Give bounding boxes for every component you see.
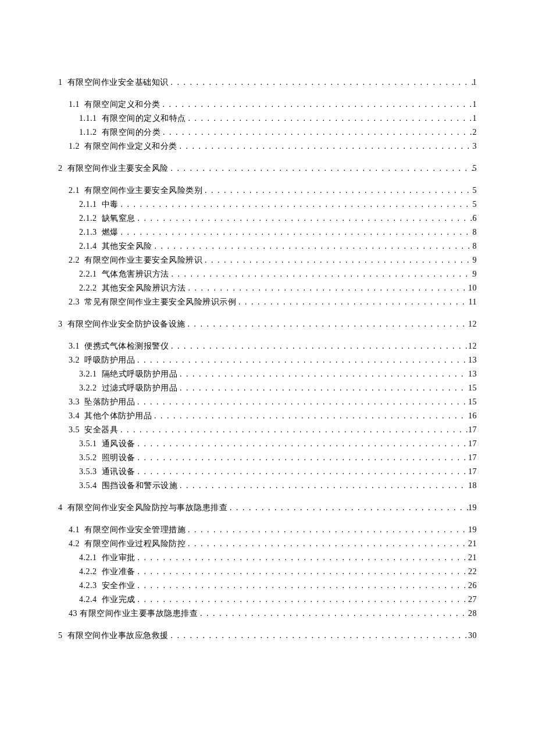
toc-entry-page: 9 xyxy=(473,256,477,264)
toc-entry: 3.5.2 照明设备. . . . . . . . . . . . . . . … xyxy=(58,454,477,462)
toc-section-gap xyxy=(58,156,477,164)
toc-entry: 2.1.4 其他安全风险. . . . . . . . . . . . . . … xyxy=(58,242,477,250)
toc-section-gap xyxy=(58,312,477,320)
toc-entry-page: 22 xyxy=(468,568,477,576)
toc-entry: 3.3 坠落防护用品. . . . . . . . . . . . . . . … xyxy=(58,398,477,406)
toc-leader-dots: . . . . . . . . . . . . . . . . . . . . … xyxy=(202,256,473,264)
toc-entry-page: 15 xyxy=(468,384,477,392)
toc-leader-dots: . . . . . . . . . . . . . . . . . . . . … xyxy=(186,114,473,123)
toc-entry-number: 4.2.4 xyxy=(79,596,102,604)
toc-entry-number: 4.2.2 xyxy=(79,568,102,576)
toc-entry: 3.1 便携式气体检测报警仪. . . . . . . . . . . . . … xyxy=(58,342,477,350)
toc-entry: 3.2.1 隔绝式呼吸防护用品. . . . . . . . . . . . .… xyxy=(58,370,477,378)
toc-entry-page: 2 xyxy=(473,128,477,137)
toc-entry: 1 有限空间作业安全基础知识. . . . . . . . . . . . . … xyxy=(58,78,477,87)
toc-entry-number: 1.1 xyxy=(69,101,84,109)
toc-entry: 3.5.3 通讯设备. . . . . . . . . . . . . . . … xyxy=(58,468,477,476)
toc-entry-page: 16 xyxy=(468,412,477,420)
toc-entry-page: 21 xyxy=(468,554,477,562)
toc-entry-title: 常见有限空间作业主要安全风险辨识示例 xyxy=(84,298,236,306)
toc-entry-title: 有限空间作业主要安全风险 xyxy=(67,164,169,173)
toc-entry-title: 有限空间作业主要安全风险辨识 xyxy=(84,256,202,264)
toc-entry-title: 作业准备 xyxy=(102,568,135,576)
toc-entry: 2.1 有限空间作业主要安全风险类别. . . . . . . . . . . … xyxy=(58,187,477,195)
toc-entry-page: 28 xyxy=(468,610,477,618)
toc-entry-number: 1.2 xyxy=(69,142,84,151)
toc-entry-number: 2.2.2 xyxy=(79,284,102,292)
toc-entry-number: 2 xyxy=(58,164,67,173)
toc-entry-page: 13 xyxy=(468,356,477,364)
toc-section-gap xyxy=(58,178,477,187)
toc-entry-title: 有限空间定义和分类 xyxy=(84,101,160,109)
toc-entry-number: 2.3 xyxy=(69,298,84,306)
toc-leader-dots: . . . . . . . . . . . . . . . . . . . . … xyxy=(169,342,468,350)
toc-entry-number: 43 xyxy=(69,610,80,618)
toc-leader-dots: . . . . . . . . . . . . . . . . . . . . … xyxy=(160,101,473,109)
toc-entry-title: 有限空间作业安全基础知识 xyxy=(67,78,169,87)
toc-entry-title: 有限空间作业过程风险防控 xyxy=(84,540,186,548)
document-page: 1 有限空间作业安全基础知识. . . . . . . . . . . . . … xyxy=(0,0,535,756)
toc-entry-page: 8 xyxy=(473,228,477,237)
toc-leader-dots: . . . . . . . . . . . . . . . . . . . . … xyxy=(160,128,473,137)
toc-entry-page: 13 xyxy=(468,370,477,378)
toc-leader-dots: . . . . . . . . . . . . . . . . . . . . … xyxy=(152,242,473,250)
toc-leader-dots: . . . . . . . . . . . . . . . . . . . . … xyxy=(169,632,469,640)
toc-leader-dots: . . . . . . . . . . . . . . . . . . . . … xyxy=(135,214,473,223)
toc-entry-title: 通讯设备 xyxy=(102,468,135,476)
toc-entry-title: 有限空间作业主要事故隐患排查 xyxy=(80,610,198,618)
toc-entry-page: 5 xyxy=(473,164,477,173)
toc-entry-number: 3.5.1 xyxy=(79,440,102,448)
toc-entry: 1.1 有限空间定义和分类. . . . . . . . . . . . . .… xyxy=(58,101,477,109)
toc-entry: 4.1 有限空间作业安全管理措施. . . . . . . . . . . . … xyxy=(58,526,477,534)
toc-entry: 2.1.2 缺氧窒息. . . . . . . . . . . . . . . … xyxy=(58,214,477,223)
toc-entry: 3.2 呼吸防护用品. . . . . . . . . . . . . . . … xyxy=(58,356,477,364)
toc-entry-number: 2.1 xyxy=(69,187,84,195)
toc-leader-dots: . . . . . . . . . . . . . . . . . . . . … xyxy=(186,284,469,292)
toc-leader-dots: . . . . . . . . . . . . . . . . . . . . … xyxy=(186,540,468,548)
toc-entry-number: 3.5.4 xyxy=(79,482,102,490)
toc-entry: 3.5.1 通风设备. . . . . . . . . . . . . . . … xyxy=(58,440,477,448)
toc-entry-page: 19 xyxy=(468,526,477,534)
toc-entry-title: 有限空间的定义和特点 xyxy=(102,114,186,123)
toc-entry-title: 中毒 xyxy=(102,200,119,209)
toc-entry-number: 3.5.3 xyxy=(79,468,102,476)
toc-leader-dots: . . . . . . . . . . . . . . . . . . . . … xyxy=(135,356,468,364)
toc-entry: 3.5.4 围挡设备和警示设施. . . . . . . . . . . . .… xyxy=(58,482,477,490)
toc-entry-number: 2.1.2 xyxy=(79,214,102,223)
toc-entry: 4 有限空间作业安全风险防控与事故隐患排查. . . . . . . . . .… xyxy=(58,504,477,512)
toc-entry: 2 有限空间作业主要安全风险. . . . . . . . . . . . . … xyxy=(58,164,477,173)
toc-entry-title: 照明设备 xyxy=(102,454,135,462)
toc-leader-dots: . . . . . . . . . . . . . . . . . . . . … xyxy=(119,200,473,209)
toc-leader-dots: . . . . . . . . . . . . . . . . . . . . … xyxy=(186,320,469,328)
toc-entry-title: 隔绝式呼吸防护用品 xyxy=(102,370,178,378)
toc-leader-dots: . . . . . . . . . . . . . . . . . . . . … xyxy=(135,582,469,590)
toc-entry: 3 有限空间作业安全防护设备设施. . . . . . . . . . . . … xyxy=(58,320,477,328)
toc-leader-dots: . . . . . . . . . . . . . . . . . . . . … xyxy=(119,228,473,237)
toc-entry: 2.3 常见有限空间作业主要安全风险辨识示例. . . . . . . . . … xyxy=(58,298,477,306)
toc-entry: 4.2.1 作业审批. . . . . . . . . . . . . . . … xyxy=(58,554,477,562)
toc-entry-page: 18 xyxy=(468,482,477,490)
toc-entry-number: 3.2.1 xyxy=(79,370,102,378)
toc-entry: 4.2 有限空间作业过程风险防控. . . . . . . . . . . . … xyxy=(58,540,477,548)
toc-entry-page: 5 xyxy=(473,187,477,195)
toc-entry-number: 4.1 xyxy=(69,526,84,534)
toc-entry: 5 有限空间作业事故应急救援. . . . . . . . . . . . . … xyxy=(58,632,477,640)
table-of-contents: 1 有限空间作业安全基础知识. . . . . . . . . . . . . … xyxy=(58,78,477,640)
toc-entry-page: 17 xyxy=(468,426,477,434)
toc-entry-title: 有限空间作业安全管理措施 xyxy=(84,526,186,534)
toc-entry-page: 17 xyxy=(468,440,477,448)
toc-entry-page: 9 xyxy=(473,270,477,278)
toc-section-gap xyxy=(58,496,477,504)
toc-entry-title: 缺氧窒息 xyxy=(102,214,135,223)
toc-entry-title: 有限空间作业定义和分类 xyxy=(84,142,177,151)
toc-leader-dots: . . . . . . . . . . . . . . . . . . . . … xyxy=(135,468,469,476)
toc-entry-number: 1.1.1 xyxy=(79,114,102,123)
toc-entry-page: 5 xyxy=(473,200,477,209)
toc-entry-number: 4.2 xyxy=(69,540,84,548)
toc-entry-number: 4 xyxy=(58,504,67,512)
toc-entry-number: 1.1.2 xyxy=(79,128,102,137)
toc-entry-page: 17 xyxy=(468,468,477,476)
toc-entry-page: 1 xyxy=(473,114,477,123)
toc-entry-number: 3 xyxy=(58,320,67,328)
toc-section-gap xyxy=(58,518,477,526)
